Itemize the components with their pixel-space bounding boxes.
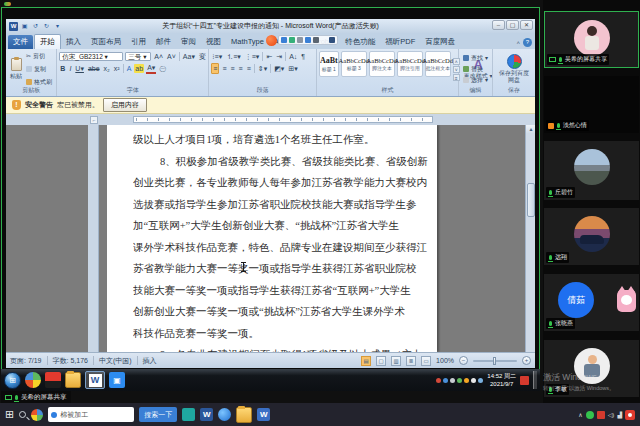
highlight-color-icon[interactable]: ab [134, 64, 144, 73]
tray-icon[interactable] [450, 378, 455, 383]
distribute-icon[interactable]: ≡ [246, 64, 252, 73]
justify-icon[interactable]: ≡ [238, 64, 244, 73]
format-painter-button[interactable]: 格式刷 [26, 78, 52, 86]
redo-icon[interactable]: ↻ [42, 22, 51, 31]
align-right-icon[interactable]: ≡ [230, 64, 236, 73]
zoom-slider-thumb[interactable] [493, 357, 496, 365]
align-center-icon[interactable]: ≡ [221, 64, 227, 73]
find-button[interactable]: 查找▾ [463, 54, 488, 62]
show-desktop-button[interactable] [533, 371, 537, 389]
chat-toolbar-icon[interactable] [313, 37, 319, 43]
tab-insert[interactable]: 插入 [61, 35, 86, 49]
browser-icon[interactable] [218, 408, 231, 421]
numbering-icon[interactable]: ⒈≡▾ [225, 52, 242, 61]
tray-chevron-icon[interactable]: ∧ [578, 411, 582, 418]
decrease-indent-icon[interactable]: ⇤ [265, 52, 273, 61]
view-outline-button[interactable]: ≣ [406, 356, 416, 366]
tab-references[interactable]: 引用 [126, 35, 151, 49]
tab-mathtype[interactable]: MathType [226, 35, 269, 49]
superscript-button[interactable]: x² [113, 64, 121, 73]
style-item[interactable]: AaBbCcDd 标题 3 [341, 51, 367, 77]
notification-badge[interactable] [625, 410, 635, 420]
mic-toolbar-icon[interactable] [281, 37, 287, 43]
style-item[interactable]: AaBbCcDd 脚注文本 [369, 51, 395, 77]
participant-tile[interactable]: 倩茹 张晓燕 [544, 274, 639, 331]
scrollbar-thumb[interactable] [527, 183, 535, 217]
win7-clock[interactable]: 14:52 周二 2021/9/7 [487, 372, 516, 389]
status-language[interactable]: 中文(中国) [99, 356, 132, 366]
tab-review[interactable]: 审阅 [176, 35, 201, 49]
members-toolbar-icon[interactable] [305, 37, 311, 43]
line-spacing-icon[interactable]: ⇕▾ [257, 64, 268, 73]
word-app-icon[interactable]: W [9, 22, 18, 31]
tab-mailings[interactable]: 邮件 [151, 35, 176, 49]
help-icon[interactable]: ? [523, 38, 532, 47]
explorer-folder-icon[interactable] [65, 372, 81, 388]
copy-button[interactable]: 复制 [26, 65, 52, 73]
taskbar-search-icon[interactable] [19, 411, 26, 418]
view-draft-button[interactable]: ▭ [421, 356, 431, 366]
save-to-baidu-button[interactable]: 保存到百度网盘 [495, 51, 533, 87]
collapse-ribbon-icon[interactable]: ˄ [516, 40, 520, 46]
status-insert-mode[interactable]: 插入 [143, 356, 157, 366]
participant-tile[interactable]: 淡然心情 [544, 76, 639, 133]
subscript-button[interactable]: x₂ [103, 64, 111, 73]
strikethrough-button[interactable]: abe [87, 64, 101, 73]
style-item[interactable]: AaBbCcDd 批注框文本 [425, 51, 451, 77]
volume-icon[interactable] [471, 378, 476, 383]
font-name-combo[interactable]: 仿宋_GB2312 ▾ [59, 52, 123, 61]
document-page[interactable]: 级以上人才项目1项，培育遴选1个名班主任工作室。 8、积极参加省级教学类比赛、省… [107, 125, 437, 352]
style-item[interactable]: AaBt 标题 1 [319, 51, 339, 77]
tab-page-layout[interactable]: 页面布局 [86, 35, 126, 49]
tab-foxit-pdf[interactable]: 福昕PDF [380, 35, 420, 49]
close-button[interactable]: ✕ [520, 20, 533, 30]
tray-icon[interactable] [457, 378, 462, 383]
share-toolbar-icon[interactable] [297, 37, 303, 43]
tray-icon[interactable] [443, 378, 448, 383]
red-tray-icon[interactable] [597, 411, 605, 419]
word-taskbar-icon[interactable]: W [85, 371, 105, 389]
participant-tile[interactable]: 吴希的屏幕共享 [544, 11, 639, 68]
replace-button[interactable]: 替换 [463, 65, 488, 73]
tab-view[interactable]: 视图 [201, 35, 226, 49]
clear-format-icon[interactable]: 変 [198, 52, 207, 61]
win7-start-button[interactable]: ⊞ [4, 372, 21, 389]
pinwheel-app-icon[interactable] [31, 409, 43, 421]
enclose-char-icon[interactable]: ㊀ [158, 64, 167, 73]
zoom-out-button[interactable]: − [459, 356, 468, 365]
save-icon[interactable]: ▣ [20, 22, 29, 31]
italic-button[interactable]: I [68, 64, 72, 73]
record-toolbar-icon[interactable] [321, 37, 327, 43]
status-words[interactable]: 字数: 5,176 [53, 356, 88, 366]
word-win10-icon[interactable]: W [200, 408, 213, 421]
undo-icon[interactable]: ↺ [31, 22, 40, 31]
search-go-button[interactable]: 搜索一下 [139, 407, 177, 422]
vertical-ruler[interactable] [88, 125, 99, 352]
zoom-slider[interactable] [473, 360, 517, 362]
win10-start-button[interactable]: ⊞ [5, 409, 14, 420]
status-page[interactable]: 页面: 7/19 [10, 356, 42, 366]
tab-file[interactable]: 文件 [8, 35, 33, 49]
network-icon[interactable]: ▟ [617, 411, 622, 418]
tray-icon[interactable] [436, 378, 441, 383]
minimize-button[interactable]: ‒ [492, 20, 505, 30]
enable-content-button[interactable]: 启用内容 [103, 98, 147, 112]
sort-icon[interactable]: A↓ [288, 52, 298, 61]
show-marks-icon[interactable]: ¶ [300, 52, 306, 61]
bold-button[interactable]: B [59, 64, 66, 73]
notification-tray-icon[interactable] [520, 376, 529, 385]
tab-selector[interactable]: ⌐ [90, 116, 98, 124]
zoom-level[interactable]: 100% [436, 357, 454, 364]
media-app-icon[interactable] [45, 372, 61, 388]
borders-icon[interactable]: ⊞▾ [287, 64, 298, 73]
text-effects-icon[interactable]: A [126, 64, 133, 73]
network-icon[interactable] [478, 378, 483, 383]
font-size-combo[interactable]: 三号 ▾ [125, 52, 151, 61]
taskbar-search-box[interactable]: 棉被加工 [48, 407, 134, 422]
tab-baidu-netdisk[interactable]: 百度网盘 [420, 35, 460, 49]
bullets-icon[interactable]: ⁝≡▾ [211, 52, 223, 61]
participant-tile[interactable]: 远翔 [544, 208, 639, 265]
qat-dropdown-icon[interactable]: ▾ [53, 22, 62, 31]
wps-icon[interactable]: W [257, 408, 270, 421]
shading-icon[interactable]: ◩▾ [273, 64, 285, 73]
